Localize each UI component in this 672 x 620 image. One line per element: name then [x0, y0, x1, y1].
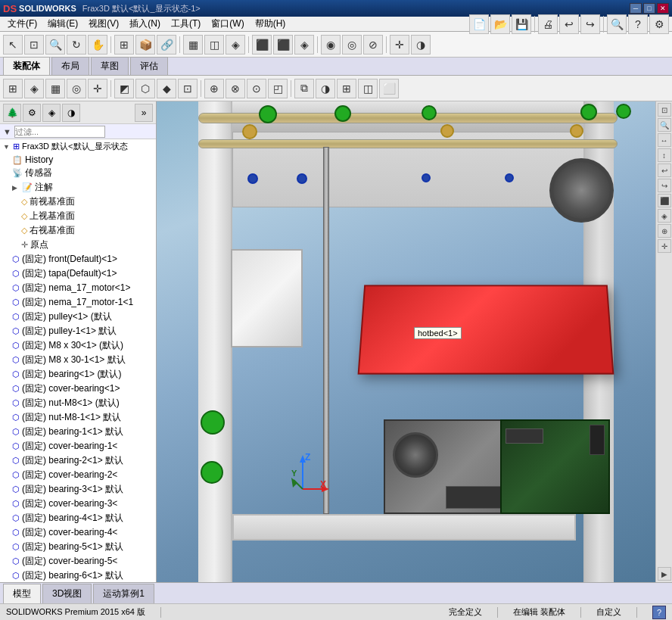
tree-item-top-plane[interactable]: ◇ 上视基准面: [0, 209, 156, 223]
rt-btn-3[interactable]: ↔: [658, 133, 671, 147]
tree-item-pulley[interactable]: ⬡ (固定) pulley<1> (默认: [0, 310, 156, 324]
reference-triad-button[interactable]: ✛: [390, 35, 409, 55]
tree-item-cover-bearing[interactable]: ⬡ (固定) cover-bearing<1>: [0, 382, 156, 396]
tab-evaluate[interactable]: 评估: [130, 57, 168, 75]
tab-assembly[interactable]: 装配体: [3, 57, 50, 75]
tb2-btn6[interactable]: ◩: [114, 79, 134, 98]
tree-root-item[interactable]: ▼ ⊞ Frax3D 默认<默认_显示状态: [0, 139, 156, 154]
tab-layout[interactable]: 布局: [51, 57, 89, 75]
print-button[interactable]: 🖨: [538, 14, 558, 34]
redo-button[interactable]: ↪: [580, 14, 600, 34]
lp-btn-expand[interactable]: »: [135, 104, 153, 122]
tree-item-history[interactable]: 📋 History: [0, 154, 156, 166]
new-button[interactable]: 📄: [469, 14, 489, 34]
tb2-btn12[interactable]: ⊙: [247, 79, 266, 98]
tree-item-annotation[interactable]: ▶ 📝 注解: [0, 180, 156, 195]
linear-pattern-button[interactable]: ▦: [183, 35, 203, 55]
rt-btn-7[interactable]: ⬛: [658, 194, 671, 207]
tree-item-bearing-4[interactable]: ⬡ (固定) bearing-4<1> 默认: [0, 511, 156, 525]
tree-item-cover-bearing-3[interactable]: ⬡ (固定) cover-bearing-3<: [0, 497, 156, 511]
tree-item-cover-bearing-1[interactable]: ⬡ (固定) cover-bearing-1<: [0, 439, 156, 453]
menu-tools[interactable]: 工具(T): [166, 17, 205, 31]
rt-btn-2[interactable]: 🔍: [658, 118, 671, 132]
new-part-button[interactable]: 📦: [135, 35, 155, 55]
view-top-button[interactable]: ⬛: [273, 35, 293, 55]
tree-item-m8-30[interactable]: ⬡ (固定) M8 x 30<1> (默认): [0, 338, 156, 353]
menu-edit[interactable]: 编辑(E): [43, 17, 82, 31]
assembly-features-button[interactable]: ◈: [226, 35, 245, 55]
tb2-btn17[interactable]: ◫: [358, 79, 378, 98]
search-button[interactable]: 🔍: [607, 14, 627, 34]
shaded-button[interactable]: ◉: [321, 35, 341, 55]
rt-btn-5[interactable]: ↩: [658, 164, 671, 177]
tree-item-pulley-1[interactable]: ⬡ (固定) pulley-1<1> 默认: [0, 324, 156, 338]
menu-help[interactable]: 帮助(H): [250, 17, 291, 31]
tb2-btn15[interactable]: ◑: [316, 79, 335, 98]
menu-insert[interactable]: 插入(N): [125, 17, 165, 31]
tb2-btn10[interactable]: ⊕: [204, 79, 224, 98]
tb2-btn7[interactable]: ⬡: [135, 79, 155, 98]
lp-btn-tree[interactable]: 🌲: [3, 104, 21, 122]
close-button[interactable]: ✕: [657, 3, 669, 14]
select-button[interactable]: ↖: [3, 35, 23, 55]
display-state-button[interactable]: ◑: [411, 35, 431, 55]
tree-item-nema17[interactable]: ⬡ (固定) nema_17_motor<1>: [0, 281, 156, 295]
tree-item-bearing-6[interactable]: ⬡ (固定) bearing-6<1> 默认: [0, 569, 156, 582]
menu-file[interactable]: 文件(F): [3, 17, 42, 31]
3d-viewport[interactable]: hotbed<1>: [157, 101, 655, 582]
section-view-button[interactable]: ⊘: [363, 35, 383, 55]
tb2-btn14[interactable]: ⧉: [294, 79, 314, 98]
tb2-btn1[interactable]: ⊞: [3, 79, 23, 98]
menu-view[interactable]: 视图(V): [84, 17, 123, 31]
filter-input[interactable]: [14, 126, 105, 138]
tree-item-nema17-1[interactable]: ⬡ (固定) nema_17_motor-1<1: [0, 295, 156, 310]
tree-item-cover-bearing-5[interactable]: ⬡ (固定) cover-bearing-5<: [0, 554, 156, 569]
tree-item-right-plane[interactable]: ◇ 右视基准面: [0, 223, 156, 238]
btab-3dview[interactable]: 3D视图: [42, 584, 92, 603]
tb2-btn18[interactable]: ⬜: [379, 79, 399, 98]
tree-item-cover-bearing-2[interactable]: ⬡ (固定) cover-bearing-2<: [0, 468, 156, 482]
pan-button[interactable]: ✋: [88, 35, 107, 55]
tab-sketch[interactable]: 草图: [91, 57, 129, 75]
tree-item-tapa[interactable]: ⬡ (固定) tapa(Default)<1>: [0, 266, 156, 281]
tb2-btn11[interactable]: ⊗: [226, 79, 245, 98]
tree-item-nut-m8-1[interactable]: ⬡ (固定) nut-M8-1<1> 默认: [0, 410, 156, 425]
btab-motion[interactable]: 运动算例1: [93, 584, 154, 603]
zoom-button[interactable]: 🔍: [45, 35, 65, 55]
save-button[interactable]: 💾: [512, 14, 531, 34]
view-front-button[interactable]: ⬛: [252, 35, 272, 55]
tree-item-m8-30-1[interactable]: ⬡ (固定) M8 x 30-1<1> 默认: [0, 353, 156, 367]
tree-item-bearing-2[interactable]: ⬡ (固定) bearing-2<1> 默认: [0, 453, 156, 468]
status-help-btn[interactable]: ?: [652, 606, 666, 619]
open-button[interactable]: 📂: [490, 14, 510, 34]
insert-comp-button[interactable]: ⊞: [114, 35, 134, 55]
btab-model[interactable]: 模型: [3, 584, 41, 603]
maximize-button[interactable]: □: [643, 3, 655, 14]
tree-item-bearing-1[interactable]: ⬡ (固定) bearing-1<1> 默认: [0, 425, 156, 439]
tree-item-cover-bearing-4[interactable]: ⬡ (固定) cover-bearing-4<: [0, 525, 156, 540]
tree-item-front-plane[interactable]: ◇ 前视基准面: [0, 195, 156, 209]
lp-btn-config[interactable]: ◈: [42, 104, 61, 122]
tree-item-bearing-3[interactable]: ⬡ (固定) bearing-3<1> 默认: [0, 482, 156, 497]
rotate-button[interactable]: ↻: [67, 35, 86, 55]
rt-btn-6[interactable]: ↪: [658, 179, 671, 192]
menu-window[interactable]: 窗口(W): [207, 17, 248, 31]
tb2-btn16[interactable]: ⊞: [337, 79, 356, 98]
tree-item-nut-m8[interactable]: ⬡ (固定) nut-M8<1> (默认): [0, 396, 156, 410]
mate-button[interactable]: 🔗: [157, 35, 176, 55]
tb2-btn5[interactable]: ✛: [88, 79, 107, 98]
tree-item-bearing[interactable]: ⬡ (固定) bearing<1> (默认): [0, 367, 156, 382]
wireframe-button[interactable]: ◎: [342, 35, 362, 55]
tree-item-origin[interactable]: ✛ 原点: [0, 238, 156, 252]
help-button[interactable]: ?: [628, 14, 648, 34]
tb2-btn8[interactable]: ◆: [157, 79, 176, 98]
tb2-btn4[interactable]: ◎: [67, 79, 86, 98]
mirror-button[interactable]: ◫: [204, 35, 224, 55]
minimize-button[interactable]: ─: [630, 3, 642, 14]
options-button[interactable]: ⚙: [649, 14, 669, 34]
tb2-btn13[interactable]: ◰: [268, 79, 288, 98]
rt-btn-9[interactable]: ⊕: [658, 224, 671, 238]
tb2-btn3[interactable]: ▦: [45, 79, 65, 98]
rt-btn-4[interactable]: ↕: [658, 148, 671, 162]
lp-btn-appear[interactable]: ◑: [62, 104, 80, 122]
